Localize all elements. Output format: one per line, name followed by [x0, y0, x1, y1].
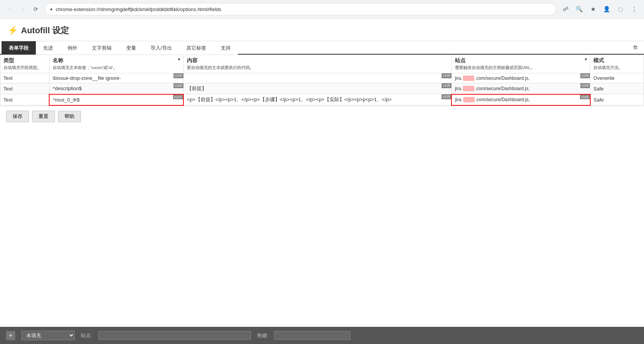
- site-input[interactable]: [98, 331, 251, 340]
- type-value-3: Text: [3, 97, 13, 103]
- table-container: 类型 自动填充字段类型。 名称 自动填充文本标签，'name'或'id'。 ▼ …: [0, 55, 644, 106]
- col-name-title: 名称: [53, 57, 180, 64]
- tab-variables[interactable]: 变量: [119, 41, 143, 55]
- app-header: ⚡ Autofill 设定: [0, 19, 644, 41]
- site-cell-1: v105 jira. .com/secure/Dashboard.js,: [451, 73, 590, 83]
- col-mode-title: 模式: [593, 57, 641, 64]
- site-num-3: v105: [580, 95, 590, 100]
- col-content-title: 内容: [187, 57, 448, 64]
- type-select[interactable]: 未填充: [21, 331, 75, 340]
- site-prefix-1: jira.: [455, 76, 462, 81]
- tabs-bar: 表单字段 先进 例外 文字剪辑 变量 导入/导出 其它标签 支持 数: [0, 41, 644, 55]
- site-label: 站点:: [81, 332, 92, 339]
- type-cell-1: Text: [0, 73, 50, 83]
- col-type-title: 类型: [3, 57, 46, 64]
- content-value-3: <p>【前提】</p><p>1、</p><p>【步骤】</p><p>1、</p>…: [187, 97, 392, 102]
- content-num-1: v105: [442, 73, 451, 78]
- add-button[interactable]: +: [6, 331, 15, 340]
- mode-value-2: Safe: [593, 86, 604, 92]
- col-header-content: 内容 要自动填充的文本或要执行的代码。: [183, 55, 451, 73]
- site-blurred-3: [463, 97, 475, 102]
- site-suffix-1: .com/secure/Dashboard.js,: [475, 76, 530, 81]
- tab-advanced[interactable]: 先进: [36, 41, 60, 55]
- action-buttons: 保存 重置 帮助: [0, 106, 644, 127]
- reload-button[interactable]: ⟳: [31, 4, 41, 15]
- site-num-2: v105: [580, 83, 590, 88]
- row-num-2: n106: [173, 83, 183, 88]
- tab-text-clip[interactable]: 文字剪辑: [85, 41, 119, 55]
- col-type-desc: 自动填充字段类型。: [3, 65, 46, 71]
- col-mode-desc: 自动填充方法。: [593, 65, 641, 71]
- tab-exceptions[interactable]: 例外: [60, 41, 85, 55]
- url-text: chrome-extension://nlmmgnhgdeffjkdckmikf…: [56, 6, 551, 12]
- col-name-desc: 自动填充文本标签，'name'或'id'。: [53, 65, 180, 71]
- sort-triangle-name: ▼: [177, 57, 181, 61]
- tab-support[interactable]: 支持: [214, 41, 238, 55]
- name-cell-3: n107 ^mce_0_ifr$: [49, 94, 183, 105]
- tab-other-tags[interactable]: 其它标签: [179, 41, 214, 55]
- site-cell-2: v105 jira. .com/secure/Dashboard.js,: [451, 83, 590, 94]
- site-blurred-2: [463, 86, 474, 91]
- mode-cell-1: Overwrite: [590, 73, 644, 83]
- mode-value-1: Overwrite: [593, 75, 615, 81]
- forward-button[interactable]: →: [18, 4, 28, 15]
- back-button[interactable]: ←: [5, 4, 15, 15]
- fields-table: 类型 自动填充字段类型。 名称 自动填充文本标签，'name'或'id'。 ▼ …: [0, 55, 644, 106]
- bookmark-icon[interactable]: ★: [588, 4, 598, 15]
- type-value-1: Text: [3, 75, 13, 81]
- mode-cell-2: Safe: [590, 83, 644, 94]
- extension-icon: ●: [50, 6, 53, 12]
- site-value-2: jira. .com/secure/Dashboard.js,: [455, 86, 587, 91]
- name-value-2: ^description$: [53, 86, 82, 91]
- content-value-2: 【前提】: [187, 86, 207, 91]
- type-value-2: Text: [3, 86, 13, 92]
- table-row: Text n107 ^mce_0_ifr$ v105 <p>【前提】</p><p…: [0, 94, 644, 105]
- col-site-title: 站点: [455, 57, 587, 64]
- hotkey-input[interactable]: [274, 331, 350, 340]
- col-header-name: 名称 自动填充文本标签，'name'或'id'。 ▼: [49, 55, 183, 73]
- app-title-text: Autofill 设定: [21, 25, 69, 36]
- site-num-1: v105: [580, 73, 590, 78]
- help-button[interactable]: 帮助: [58, 111, 81, 122]
- extension2-icon[interactable]: ◌: [615, 4, 626, 15]
- site-cell-3: v105 jira. .com/secure/Dashboard.js,: [451, 94, 590, 105]
- content-num-2: v105: [442, 83, 451, 88]
- row-num-3: n107: [173, 95, 183, 100]
- browser-toolbar: ← → ⟳ ● chrome-extension://nlmmgnhgdeffj…: [0, 0, 644, 18]
- bottom-bar: + 未填充 站点: 热键:: [0, 327, 644, 344]
- table-row: Text n106 ^description$ v105 【前提】 v105 j…: [0, 83, 644, 94]
- menu-icon[interactable]: ⋮: [629, 4, 639, 15]
- app-title: ⚡ Autofill 设定: [8, 25, 636, 36]
- name-cell-2: n106 ^description$: [49, 83, 183, 94]
- site-value-3: jira. .com/secure/Dashboard.js,: [455, 97, 586, 102]
- translate-icon[interactable]: ☍: [560, 4, 571, 15]
- profile-icon[interactable]: 👤: [601, 4, 612, 15]
- name-value-1: \bissue-drop-zone__file ignore-: [53, 75, 121, 81]
- col-content-desc: 要自动填充的文本或要执行的代码。: [187, 65, 448, 71]
- save-button[interactable]: 保存: [6, 111, 29, 122]
- zoom-icon[interactable]: 🔍: [574, 4, 585, 15]
- address-bar[interactable]: ● chrome-extension://nlmmgnhgdeffjkdckmi…: [45, 3, 556, 15]
- row-num-1: n105: [173, 73, 183, 78]
- hotkey-label: 热键:: [257, 332, 268, 339]
- col-site-desc: 需要触发自动填充的文档标题或页面URL。: [455, 65, 587, 71]
- tabs-right-label: 数: [629, 41, 642, 54]
- name-cell-1: n105 \bissue-drop-zone__file ignore-: [49, 73, 183, 83]
- content-cell-2: v105 【前提】: [183, 83, 451, 94]
- site-prefix-2: jira.: [455, 86, 462, 91]
- sort-triangle-site: ▼: [584, 57, 588, 61]
- content-cell-3: v105 <p>【前提】</p><p>1、</p><p>【步骤】</p><p>1…: [183, 94, 451, 105]
- col-header-type: 类型 自动填充字段类型。: [0, 55, 50, 73]
- site-blurred-1: [463, 76, 474, 81]
- site-value-1: jira. .com/secure/Dashboard.js,: [455, 76, 587, 81]
- content-cell-1: v105: [183, 73, 451, 83]
- page-content: ⚡ Autofill 设定 表单字段 先进 例外 文字剪辑 变量 导入/导出 其…: [0, 19, 644, 344]
- type-cell-3: Text: [0, 94, 50, 105]
- tab-import-export[interactable]: 导入/导出: [143, 41, 179, 55]
- mode-cell-3: Safe: [590, 94, 644, 105]
- nav-buttons: ← → ⟳: [5, 4, 41, 15]
- tab-form-fields[interactable]: 表单字段: [2, 41, 36, 55]
- reset-button[interactable]: 重置: [32, 111, 55, 122]
- mode-value-3: Safe: [594, 97, 604, 103]
- type-cell-2: Text: [0, 83, 50, 94]
